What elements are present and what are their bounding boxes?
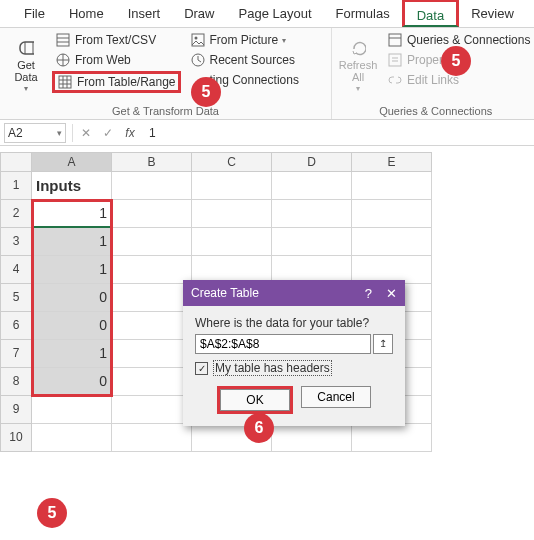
group-label-queries: Queries & Connections: [338, 103, 533, 117]
picture-icon: [190, 32, 206, 48]
col-header-C[interactable]: C: [192, 152, 272, 172]
cell[interactable]: [112, 312, 192, 340]
col-header-B[interactable]: B: [112, 152, 192, 172]
cell[interactable]: 1: [32, 228, 112, 256]
chevron-down-icon: ▾: [57, 128, 62, 138]
cell[interactable]: [192, 228, 272, 256]
tab-home[interactable]: Home: [57, 0, 116, 27]
group-queries-connections: Refresh All ▾ Queries & Connections Prop…: [332, 28, 534, 119]
svg-point-5: [194, 37, 197, 40]
enter-formula-icon[interactable]: ✓: [97, 126, 119, 140]
cell[interactable]: [272, 172, 352, 200]
row-header[interactable]: 9: [0, 396, 32, 424]
dialog-prompt: Where is the data for your table?: [195, 316, 393, 330]
cell[interactable]: [352, 228, 432, 256]
cell[interactable]: [112, 228, 192, 256]
cell[interactable]: [352, 424, 432, 452]
cell[interactable]: [272, 424, 352, 452]
cell[interactable]: [352, 200, 432, 228]
recent-sources-button[interactable]: Recent Sources: [187, 51, 302, 69]
row-header[interactable]: 8: [0, 368, 32, 396]
col-header-A[interactable]: A: [32, 152, 112, 172]
cell[interactable]: 1: [32, 200, 112, 228]
cell[interactable]: [112, 368, 192, 396]
existing-connections-label: ting Connections: [148, 73, 299, 87]
from-text-csv-label: From Text/CSV: [75, 33, 156, 47]
get-data-button[interactable]: Get Data ▾: [6, 31, 46, 103]
cell[interactable]: [112, 172, 192, 200]
cell[interactable]: [272, 200, 352, 228]
tab-insert[interactable]: Insert: [116, 0, 173, 27]
row-header[interactable]: 7: [0, 340, 32, 368]
cell[interactable]: [32, 396, 112, 424]
headers-checkbox-label[interactable]: My table has headers: [213, 360, 332, 376]
svg-rect-0: [20, 42, 34, 54]
cell[interactable]: 1: [32, 340, 112, 368]
cell[interactable]: [192, 172, 272, 200]
cell[interactable]: [112, 340, 192, 368]
name-box-value: A2: [8, 126, 23, 140]
step-badge-5c: 5: [37, 498, 67, 528]
refresh-all-button[interactable]: Refresh All ▾: [338, 31, 378, 103]
step-badge-5b: 5: [441, 46, 471, 76]
row-header[interactable]: 10: [0, 424, 32, 452]
cell[interactable]: [352, 172, 432, 200]
tab-draw[interactable]: Draw: [172, 0, 226, 27]
row-header[interactable]: 3: [0, 228, 32, 256]
step-badge-5a: 5: [191, 77, 221, 107]
svg-rect-4: [192, 34, 204, 46]
tab-page-layout[interactable]: Page Layout: [227, 0, 324, 27]
cell[interactable]: [192, 200, 272, 228]
select-all-corner[interactable]: [0, 152, 32, 172]
tab-review[interactable]: Review: [459, 0, 526, 27]
row-header[interactable]: 6: [0, 312, 32, 340]
cell[interactable]: 0: [32, 284, 112, 312]
collapse-dialog-icon[interactable]: ↥: [373, 334, 393, 354]
cell[interactable]: [112, 284, 192, 312]
headers-checkbox[interactable]: ✓: [195, 362, 208, 375]
dialog-close-icon[interactable]: ✕: [386, 286, 397, 301]
cell[interactable]: 0: [32, 312, 112, 340]
from-picture-button[interactable]: From Picture ▾: [187, 31, 302, 49]
cell[interactable]: 1: [32, 256, 112, 284]
dialog-help-icon[interactable]: ?: [365, 286, 372, 301]
cancel-formula-icon[interactable]: ✕: [75, 126, 97, 140]
queries-icon: [387, 32, 403, 48]
cell[interactable]: [112, 424, 192, 452]
row-header[interactable]: 5: [0, 284, 32, 312]
cell[interactable]: [272, 228, 352, 256]
cell[interactable]: [112, 200, 192, 228]
cell[interactable]: [32, 424, 112, 452]
tab-formulas[interactable]: Formulas: [324, 0, 402, 27]
cell[interactable]: Inputs: [32, 172, 112, 200]
svg-rect-1: [57, 34, 69, 46]
row-header[interactable]: 4: [0, 256, 32, 284]
cell[interactable]: [112, 256, 192, 284]
col-header-D[interactable]: D: [272, 152, 352, 172]
tab-file[interactable]: File: [12, 0, 57, 27]
name-box[interactable]: A2 ▾: [4, 123, 66, 143]
get-data-label: Get Data: [14, 59, 37, 83]
formula-value[interactable]: 1: [141, 126, 156, 140]
row-header[interactable]: 1: [0, 172, 32, 200]
cancel-button[interactable]: Cancel: [301, 386, 371, 408]
range-input[interactable]: [195, 334, 371, 354]
properties-icon: [387, 52, 403, 68]
svg-rect-7: [389, 34, 401, 46]
recent-icon: [190, 52, 206, 68]
chevron-down-icon: ▾: [356, 85, 360, 94]
tab-data[interactable]: Data: [402, 0, 459, 27]
from-web-button[interactable]: From Web: [52, 51, 181, 69]
ok-button[interactable]: OK: [220, 389, 290, 411]
ribbon-tabs: File Home Insert Draw Page Layout Formul…: [0, 0, 534, 28]
fx-icon[interactable]: fx: [119, 126, 141, 140]
dialog-titlebar[interactable]: Create Table ? ✕: [183, 280, 405, 306]
from-web-icon: [55, 52, 71, 68]
from-text-csv-button[interactable]: From Text/CSV: [52, 31, 181, 49]
cell[interactable]: 0: [32, 368, 112, 396]
row-header[interactable]: 2: [0, 200, 32, 228]
from-web-label: From Web: [75, 53, 131, 67]
col-header-E[interactable]: E: [352, 152, 432, 172]
edit-links-icon: [387, 72, 403, 88]
cell[interactable]: [112, 396, 192, 424]
